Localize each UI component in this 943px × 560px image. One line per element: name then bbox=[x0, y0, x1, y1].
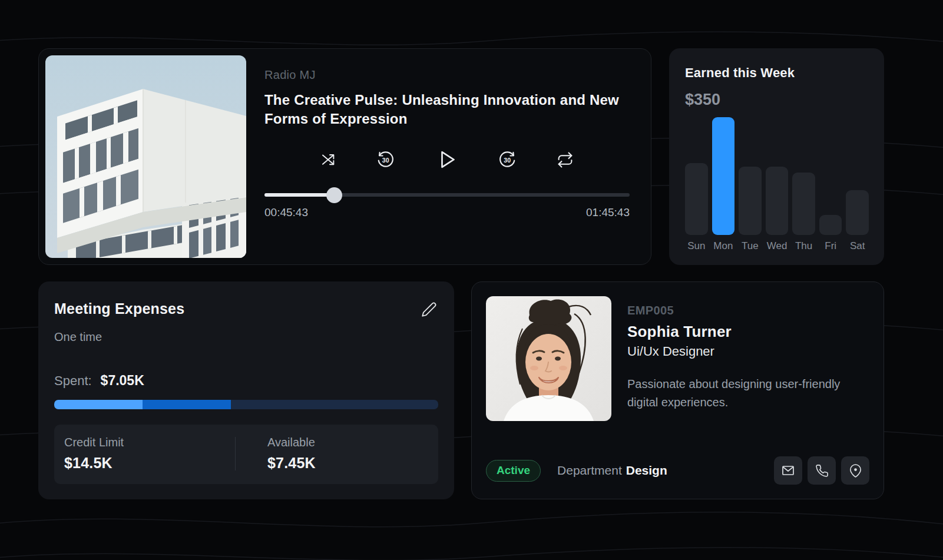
location-pin-icon bbox=[849, 464, 862, 478]
bar-column-sat: Sat bbox=[846, 117, 869, 252]
repeat-button[interactable] bbox=[557, 151, 574, 168]
earned-this-week-card: Earned this Week $350 SunMonTueWedThuFri… bbox=[669, 48, 884, 265]
rewind-30-icon: 30 bbox=[376, 151, 395, 169]
shuffle-button[interactable] bbox=[320, 152, 336, 168]
spent-value: $7.05K bbox=[101, 373, 144, 389]
play-icon bbox=[435, 148, 458, 171]
earned-amount: $350 bbox=[685, 91, 869, 109]
slider-thumb[interactable] bbox=[326, 187, 342, 203]
department-label: Department bbox=[557, 463, 622, 477]
employee-id: EMP005 bbox=[627, 304, 860, 317]
playback-slider[interactable] bbox=[264, 187, 630, 203]
mail-icon bbox=[781, 463, 795, 478]
employee-footer: Active DepartmentDesign bbox=[486, 456, 869, 485]
bar-thu bbox=[792, 173, 815, 235]
expense-progress-bar bbox=[54, 400, 438, 409]
credit-limit-block: Credit Limit $14.5K bbox=[54, 436, 235, 472]
employee-profile-card: EMP005 Sophia Turner Ui/Ux Designer Pass… bbox=[471, 281, 884, 499]
progress-segment-spent-mid-blue bbox=[143, 400, 231, 409]
play-button[interactable] bbox=[435, 148, 458, 171]
player-panel: Radio MJ The Creative Pulse: Unleashing … bbox=[246, 55, 644, 258]
bar-label-mon: Mon bbox=[712, 240, 735, 252]
employee-role: Ui/Ux Designer bbox=[627, 344, 860, 359]
forward-30-button[interactable]: 30 bbox=[498, 151, 517, 169]
rewind-30-button[interactable]: 30 bbox=[376, 151, 395, 169]
bar-label-wed: Wed bbox=[766, 240, 789, 252]
bar-wed bbox=[766, 167, 789, 235]
employee-info: EMP005 Sophia Turner Ui/Ux Designer Pass… bbox=[627, 296, 860, 421]
time-row: 00:45:43 01:45:43 bbox=[264, 206, 630, 219]
album-art-building-image bbox=[45, 55, 246, 258]
pencil-icon bbox=[421, 301, 437, 317]
bar-column-thu: Thu bbox=[792, 117, 815, 252]
spent-row: Spent: $7.05K bbox=[54, 373, 438, 389]
progress-segment-remaining-navy bbox=[231, 400, 438, 409]
bar-column-tue: Tue bbox=[739, 117, 762, 252]
bar-label-sun: Sun bbox=[685, 240, 708, 252]
station-name: Radio MJ bbox=[264, 68, 630, 82]
available-label: Available bbox=[267, 436, 438, 449]
department-row: DepartmentDesign bbox=[557, 463, 667, 478]
available-block: Available $7.45K bbox=[236, 436, 438, 472]
media-player-card: Radio MJ The Creative Pulse: Unleashing … bbox=[38, 48, 651, 265]
svg-text:30: 30 bbox=[504, 156, 511, 163]
edit-expense-button[interactable] bbox=[420, 300, 438, 320]
limits-box: Credit Limit $14.5K Available $7.45K bbox=[54, 425, 438, 484]
bar-column-fri: Fri bbox=[819, 117, 842, 252]
meeting-expenses-title: Meeting Expenses bbox=[54, 300, 184, 317]
employee-actions bbox=[774, 456, 869, 485]
track-title: The Creative Pulse: Unleashing Innovatio… bbox=[264, 91, 630, 128]
available-value: $7.45K bbox=[267, 455, 438, 472]
elapsed-time: 00:45:43 bbox=[264, 206, 308, 219]
credit-limit-label: Credit Limit bbox=[64, 436, 235, 449]
player-controls: 30 30 bbox=[264, 148, 630, 171]
spent-label: Spent: bbox=[54, 373, 92, 389]
mail-button[interactable] bbox=[774, 456, 802, 485]
status-badge: Active bbox=[486, 460, 541, 482]
bar-label-tue: Tue bbox=[739, 240, 762, 252]
bar-column-wed: Wed bbox=[766, 117, 789, 252]
employee-photo bbox=[486, 296, 611, 421]
slider-fill bbox=[264, 193, 334, 197]
employee-name: Sophia Turner bbox=[627, 323, 860, 341]
svg-text:30: 30 bbox=[382, 156, 389, 163]
phone-icon bbox=[815, 464, 829, 478]
bar-sat bbox=[846, 190, 869, 235]
bar-fri bbox=[819, 215, 842, 235]
bar-label-fri: Fri bbox=[819, 240, 842, 252]
progress-segment-spent-light-blue bbox=[54, 400, 143, 409]
employee-bio: Passionate about designing user-friendly… bbox=[627, 375, 860, 412]
bar-label-sat: Sat bbox=[846, 240, 869, 252]
bar-mon bbox=[712, 117, 735, 235]
earned-title: Earned this Week bbox=[685, 65, 869, 81]
forward-30-icon: 30 bbox=[498, 151, 517, 169]
credit-limit-value: $14.5K bbox=[64, 455, 235, 472]
expense-frequency: One time bbox=[54, 330, 438, 344]
meeting-expenses-card: Meeting Expenses One time Spent: $7.05K … bbox=[38, 281, 454, 499]
bar-label-thu: Thu bbox=[792, 240, 815, 252]
repeat-icon bbox=[557, 151, 574, 168]
location-button[interactable] bbox=[841, 456, 869, 485]
bar-tue bbox=[739, 167, 762, 235]
weekly-earnings-bar-chart: SunMonTueWedThuFriSat bbox=[685, 117, 869, 252]
shuffle-icon bbox=[320, 152, 336, 168]
department-value: Design bbox=[626, 463, 667, 477]
phone-button[interactable] bbox=[808, 456, 836, 485]
bar-column-mon: Mon bbox=[712, 117, 735, 252]
bar-column-sun: Sun bbox=[685, 117, 708, 252]
total-duration: 01:45:43 bbox=[586, 206, 630, 219]
bar-sun bbox=[685, 163, 708, 235]
